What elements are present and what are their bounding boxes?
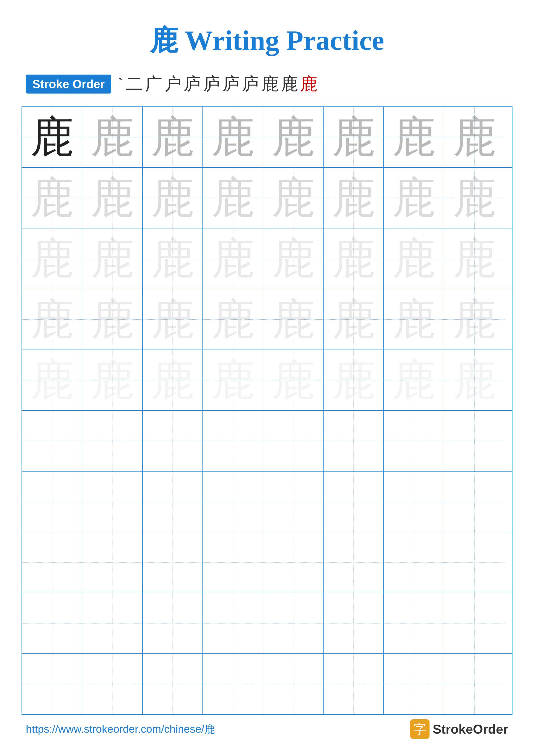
grid-cell[interactable]: 鹿: [22, 350, 82, 410]
grid-cell[interactable]: 鹿: [203, 168, 263, 228]
practice-cell[interactable]: [444, 411, 504, 471]
practice-cell[interactable]: [444, 654, 504, 714]
grid-cell[interactable]: 鹿: [142, 350, 203, 410]
grid-cell[interactable]: 鹿: [263, 350, 323, 410]
grid-cell[interactable]: 鹿: [444, 289, 504, 350]
grid-cell[interactable]: 鹿: [444, 229, 504, 289]
grid-cell[interactable]: 鹿: [263, 107, 323, 167]
grid-cell[interactable]: 鹿: [142, 107, 203, 167]
character-display: 鹿: [453, 237, 496, 280]
grid-cell[interactable]: 鹿: [323, 350, 384, 410]
practice-cell[interactable]: [384, 532, 444, 593]
practice-cell[interactable]: [142, 472, 203, 532]
grid-cell[interactable]: 鹿: [263, 168, 323, 228]
grid-cell[interactable]: 鹿: [384, 168, 444, 228]
grid-cell[interactable]: 鹿: [203, 229, 263, 289]
character-display: 鹿: [392, 298, 435, 341]
practice-cell[interactable]: [444, 532, 504, 593]
practice-cell[interactable]: [203, 472, 263, 532]
character-display: 鹿: [30, 116, 73, 159]
stroke-order-section: Stroke Order ` 二 广 户 庐 庐 庐 庐 鹿 鹿 鹿: [0, 72, 534, 96]
practice-cell[interactable]: [22, 472, 82, 532]
stroke-order-badge: Stroke Order: [26, 74, 111, 94]
practice-cell[interactable]: [82, 654, 142, 714]
practice-cell[interactable]: [22, 654, 82, 714]
practice-cell[interactable]: [384, 411, 444, 471]
practice-cell[interactable]: [142, 532, 203, 593]
grid-cell[interactable]: 鹿: [323, 107, 384, 167]
grid-cell[interactable]: 鹿: [444, 350, 504, 410]
practice-cell[interactable]: [384, 472, 444, 532]
practice-cell[interactable]: [82, 472, 142, 532]
practice-cell[interactable]: [82, 532, 142, 593]
grid-cell[interactable]: 鹿: [263, 289, 323, 350]
practice-cell[interactable]: [203, 411, 263, 471]
practice-cell[interactable]: [263, 472, 323, 532]
practice-cell[interactable]: [384, 593, 444, 653]
character-display: 鹿: [30, 237, 73, 280]
footer-url[interactable]: https://www.strokeorder.com/chinese/鹿: [26, 722, 215, 736]
practice-cell[interactable]: [384, 654, 444, 714]
grid-cell[interactable]: 鹿: [444, 168, 504, 228]
practice-cell[interactable]: [142, 654, 203, 714]
practice-cell[interactable]: [203, 654, 263, 714]
grid-cell[interactable]: 鹿: [142, 229, 203, 289]
character-display: 鹿: [151, 359, 194, 402]
practice-cell[interactable]: [82, 411, 142, 471]
grid-cell[interactable]: 鹿: [323, 289, 384, 350]
grid-cell[interactable]: 鹿: [384, 289, 444, 350]
grid-cell[interactable]: 鹿: [22, 289, 82, 350]
practice-cell[interactable]: [22, 411, 82, 471]
practice-cell[interactable]: [263, 593, 323, 653]
practice-cell[interactable]: [323, 593, 384, 653]
grid-row: 鹿 鹿 鹿 鹿 鹿 鹿 鹿 鹿: [22, 168, 512, 229]
grid-cell[interactable]: 鹿: [323, 168, 384, 228]
practice-cell[interactable]: [444, 593, 504, 653]
practice-cell[interactable]: [323, 654, 384, 714]
practice-cell[interactable]: [203, 593, 263, 653]
stroke-sequence: ` 二 广 户 庐 庐 庐 庐 鹿 鹿 鹿: [117, 72, 317, 96]
practice-cell[interactable]: [82, 593, 142, 653]
grid-cell[interactable]: 鹿: [263, 229, 323, 289]
character-display: 鹿: [392, 116, 435, 159]
grid-cell[interactable]: 鹿: [203, 289, 263, 350]
grid-cell[interactable]: 鹿: [323, 229, 384, 289]
practice-cell[interactable]: [22, 532, 82, 593]
practice-cell[interactable]: [444, 472, 504, 532]
grid-cell[interactable]: 鹿: [82, 350, 142, 410]
grid-cell[interactable]: 鹿: [384, 350, 444, 410]
grid-cell[interactable]: 鹿: [384, 107, 444, 167]
grid-cell[interactable]: 鹿: [444, 107, 504, 167]
grid-cell[interactable]: 鹿: [22, 168, 82, 228]
character-display: 鹿: [392, 237, 435, 280]
grid-cell[interactable]: 鹿: [142, 168, 203, 228]
practice-cell[interactable]: [323, 532, 384, 593]
character-display: 鹿: [91, 176, 134, 219]
grid-cell[interactable]: 鹿: [142, 289, 203, 350]
grid-row: 鹿 鹿 鹿 鹿 鹿 鹿 鹿 鹿: [22, 289, 512, 350]
practice-cell[interactable]: [323, 411, 384, 471]
grid-cell[interactable]: 鹿: [22, 229, 82, 289]
grid-cell[interactable]: 鹿: [82, 107, 142, 167]
grid-row: 鹿 鹿 鹿 鹿 鹿 鹿 鹿 鹿: [22, 107, 512, 168]
grid-cell[interactable]: 鹿: [203, 107, 263, 167]
practice-cell[interactable]: [263, 411, 323, 471]
grid-cell[interactable]: 鹿: [82, 168, 142, 228]
practice-cell[interactable]: [142, 411, 203, 471]
character-display: 鹿: [272, 298, 315, 341]
character-display: 鹿: [30, 359, 73, 402]
practice-cell[interactable]: [323, 472, 384, 532]
character-display: 鹿: [272, 176, 315, 219]
practice-cell[interactable]: [263, 532, 323, 593]
practice-cell[interactable]: [263, 654, 323, 714]
grid-cell[interactable]: 鹿: [203, 350, 263, 410]
practice-cell[interactable]: [22, 593, 82, 653]
grid-cell[interactable]: 鹿: [82, 229, 142, 289]
practice-cell[interactable]: [142, 593, 203, 653]
grid-cell[interactable]: 鹿: [384, 229, 444, 289]
grid-cell[interactable]: 鹿: [82, 289, 142, 350]
grid-row: 鹿 鹿 鹿 鹿 鹿 鹿 鹿 鹿: [22, 229, 512, 289]
character-display: 鹿: [211, 298, 254, 341]
grid-cell[interactable]: 鹿: [22, 107, 82, 167]
practice-cell[interactable]: [203, 532, 263, 593]
